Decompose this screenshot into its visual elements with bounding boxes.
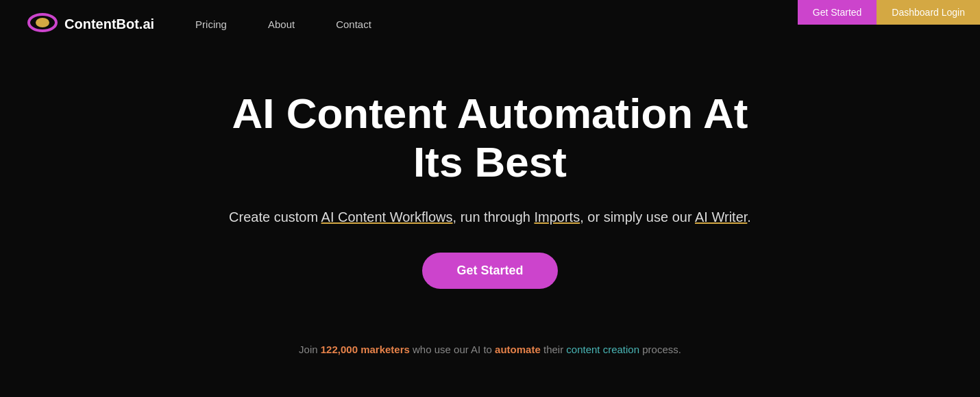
subtitle-link-aiwriter[interactable]: AI Writer: [695, 209, 747, 225]
social-proof-teal: content creation: [566, 344, 639, 355]
nav-link-contact[interactable]: Contact: [336, 18, 371, 30]
subtitle-middle1: , run through: [453, 209, 535, 225]
nav-link-about[interactable]: About: [268, 18, 295, 30]
hero-title: AI Content Automation At Its Best: [216, 89, 764, 187]
social-proof: Join 122,000 marketers who use our AI to…: [299, 344, 681, 355]
subtitle-after: .: [747, 209, 751, 225]
get-started-nav-button[interactable]: Get Started: [798, 0, 877, 25]
nav-actions: Get Started Dashboard Login: [798, 0, 980, 25]
svg-point-1: [36, 18, 49, 27]
social-proof-before: Join: [299, 344, 321, 355]
nav-links: Pricing About Contact: [195, 18, 371, 30]
logo-text: ContentBot.ai: [64, 16, 154, 32]
subtitle-middle2: , or simply use our: [580, 209, 695, 225]
nav-link-pricing[interactable]: Pricing: [195, 18, 227, 30]
social-proof-automate: automate: [495, 344, 541, 355]
subtitle-link-workflows[interactable]: AI Content Workflows: [321, 209, 453, 225]
hero-section: AI Content Automation At Its Best Create…: [0, 48, 980, 383]
get-started-hero-button[interactable]: Get Started: [422, 253, 557, 289]
logo-area[interactable]: ContentBot.ai: [27, 13, 154, 35]
dashboard-login-button[interactable]: Dashboard Login: [877, 0, 980, 25]
subtitle-before: Create custom: [229, 209, 321, 225]
social-proof-after: process.: [639, 344, 681, 355]
social-proof-between: their: [541, 344, 567, 355]
subtitle-link-imports[interactable]: Imports: [535, 209, 580, 225]
navbar: ContentBot.ai Pricing About Contact Get …: [0, 0, 980, 48]
hero-subtitle: Create custom AI Content Workflows, run …: [229, 206, 751, 228]
social-proof-count: 122,000 marketers: [321, 344, 410, 355]
logo-icon: [27, 13, 58, 35]
social-proof-middle: who use our AI to: [410, 344, 495, 355]
